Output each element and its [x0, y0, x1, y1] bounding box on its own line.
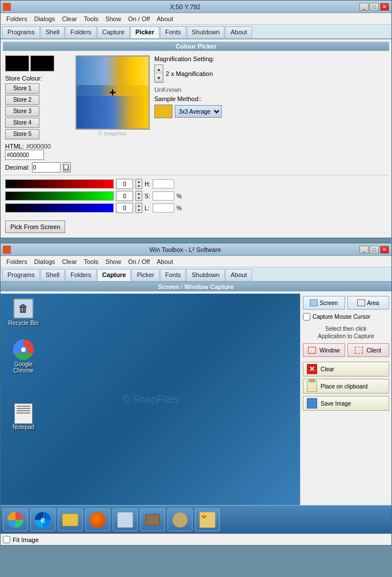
taskbar-btn-windows[interactable]	[3, 508, 28, 531]
desktop-icon-chrome[interactable]: GoogleChrome	[6, 339, 41, 374]
sample-color-box	[154, 105, 173, 118]
tab-shell-2[interactable]: Shell	[41, 269, 65, 281]
menu-folders-2[interactable]: Folders	[3, 257, 31, 266]
swatch-active[interactable]	[30, 55, 54, 71]
copy-decimal-button[interactable]	[63, 162, 71, 173]
blue-slider-row: 0 ▲ ▼ L: %	[5, 203, 387, 213]
pick-from-screen-button[interactable]: Pick From Screen	[5, 221, 65, 233]
close-button-2[interactable]: ✕	[380, 246, 389, 254]
window-button[interactable]: Window	[303, 343, 345, 357]
tab-fonts-1[interactable]: Fonts	[160, 26, 186, 38]
menu-dialogs-1[interactable]: Dialogs	[31, 14, 59, 23]
tab-programs-1[interactable]: Programs	[2, 26, 40, 38]
menu-clear-2[interactable]: Clear	[58, 257, 80, 266]
blue-down[interactable]: ▼	[136, 208, 142, 213]
mag-spinner-down[interactable]: ▼	[155, 74, 163, 82]
desktop-watermark: © SnapFiles	[122, 394, 178, 406]
tab-capture-2[interactable]: Capture	[97, 269, 131, 281]
minimize-button-1[interactable]: _	[359, 3, 369, 11]
section-header-picker: Colour Picker	[3, 42, 389, 51]
store-1-button[interactable]: Store 1	[5, 83, 39, 94]
desktop-icon-notepad[interactable]: Notepad	[6, 403, 41, 430]
red-slider[interactable]	[5, 179, 114, 189]
client-button[interactable]: Client	[347, 343, 390, 357]
desktop-icon-recycle-bin[interactable]: 🗑 Recycle Bin	[6, 298, 41, 326]
menu-dialogs-2[interactable]: Dialogs	[31, 257, 59, 266]
tab-capture-1[interactable]: Capture	[97, 26, 130, 38]
menu-tools-1[interactable]: Tools	[81, 14, 102, 23]
menu-tools-2[interactable]: Tools	[81, 257, 102, 266]
blue-up[interactable]: ▲	[136, 203, 142, 208]
green-up[interactable]: ▲	[136, 191, 142, 196]
save-image-button[interactable]: Save Image	[303, 396, 389, 411]
store-3-button[interactable]: Store 3	[5, 106, 39, 117]
red-down[interactable]: ▼	[136, 184, 142, 189]
menu-about-2[interactable]: About	[153, 257, 177, 266]
l-input[interactable]	[153, 203, 174, 213]
red-up[interactable]: ▲	[136, 179, 142, 184]
html-input[interactable]	[5, 150, 44, 160]
green-slider[interactable]	[5, 191, 114, 201]
close-button-1[interactable]: ✕	[380, 3, 389, 11]
area-icon	[357, 299, 365, 306]
taskbar-btn-cat[interactable]: 🐱	[195, 508, 220, 531]
taskbar-btn-folder[interactable]	[58, 508, 83, 531]
menu-clear-1[interactable]: Clear	[58, 14, 80, 23]
tab-picker-2[interactable]: Picker	[131, 269, 159, 281]
menu-show-2[interactable]: Show	[102, 257, 125, 266]
html-value: #000000	[26, 143, 51, 150]
store-5-button[interactable]: Store 5	[5, 129, 39, 139]
store-4-button[interactable]: Store 4	[5, 118, 39, 128]
mag-spinner[interactable]: ▲ ▼	[154, 65, 163, 83]
maximize-button-1[interactable]: □	[370, 3, 379, 11]
title-bar-1: X:50 Y:792 _ □ ✕	[1, 1, 391, 13]
area-button[interactable]: Area	[347, 296, 390, 310]
blue-spinner[interactable]: ▲ ▼	[135, 203, 142, 213]
tab-about-2[interactable]: About	[225, 269, 252, 281]
taskbar-btn-firefox[interactable]	[85, 508, 110, 531]
h-input[interactable]	[153, 179, 174, 189]
tab-folders-1[interactable]: Folders	[65, 26, 97, 38]
tab-shutdown-1[interactable]: Shutdown	[187, 26, 225, 38]
capture-cursor-row: Capture Mouse Cursor	[303, 313, 389, 320]
menu-folders-1[interactable]: Folders	[3, 14, 31, 23]
screen-label: Screen	[319, 300, 338, 306]
tab-fonts-2[interactable]: Fonts	[160, 269, 186, 281]
cat-icon: 🐱	[199, 512, 215, 528]
blue-slider[interactable]	[5, 203, 114, 213]
menu-about-1[interactable]: About	[153, 14, 177, 23]
red-spinner[interactable]: ▲ ▼	[135, 179, 142, 189]
capture-controls: Screen Area Capture Mouse Cursor Select …	[300, 294, 391, 505]
decimal-input[interactable]	[32, 162, 61, 173]
green-spinner[interactable]: ▲ ▼	[135, 191, 142, 201]
save-label: Save Image	[321, 400, 351, 407]
store-2-button[interactable]: Store 2	[5, 95, 39, 105]
menu-show-1[interactable]: Show	[102, 14, 125, 23]
swatch-black[interactable]	[5, 55, 29, 71]
taskbar-btn-explorer[interactable]	[113, 508, 138, 531]
h-label: H:	[145, 181, 150, 187]
preview-pixels-top	[77, 57, 149, 85]
screen-button[interactable]: Screen	[303, 296, 345, 310]
green-down[interactable]: ▼	[136, 196, 142, 201]
clear-button[interactable]: ✕ Clear	[303, 362, 389, 376]
clipboard-button[interactable]: Place on clipboard	[303, 379, 389, 394]
taskbar-btn-ie[interactable]: e	[30, 508, 55, 531]
tab-shell-1[interactable]: Shell	[41, 26, 65, 38]
minimize-button-2[interactable]: _	[359, 246, 369, 254]
taskbar-btn-tools[interactable]	[167, 508, 193, 531]
capture-cursor-checkbox[interactable]	[303, 313, 310, 320]
menu-onoff-1[interactable]: On / Off	[125, 14, 153, 23]
s-input[interactable]	[153, 191, 174, 201]
menu-onoff-2[interactable]: On / Off	[125, 257, 153, 266]
tab-programs-2[interactable]: Programs	[2, 269, 40, 281]
fit-image-checkbox[interactable]	[3, 536, 10, 543]
taskbar-btn-briefcase[interactable]	[140, 508, 165, 531]
maximize-button-2[interactable]: □	[370, 246, 379, 254]
mag-spinner-up[interactable]: ▲	[155, 65, 163, 74]
tab-folders-2[interactable]: Folders	[65, 269, 97, 281]
tab-picker-1[interactable]: Picker	[130, 26, 159, 38]
sample-method-select[interactable]: 3x3 Average	[175, 105, 222, 118]
tab-shutdown-2[interactable]: Shutdown	[186, 269, 225, 281]
tab-about-1[interactable]: About	[225, 26, 252, 38]
